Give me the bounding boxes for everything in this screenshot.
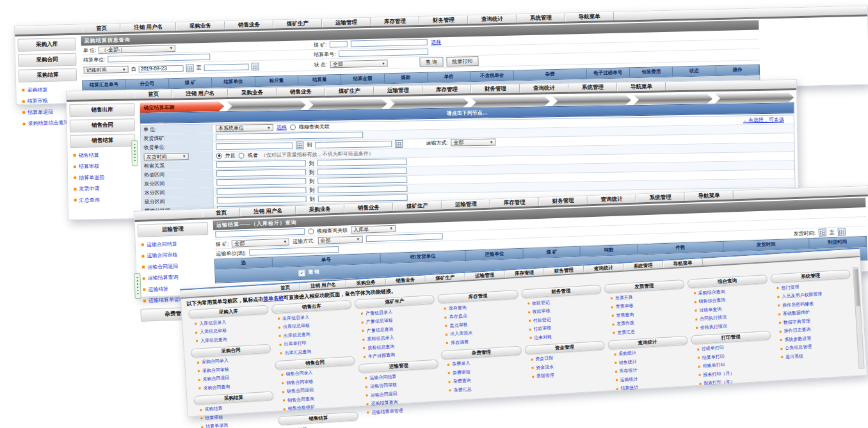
- menu-link[interactable]: 采购合同退回: [202, 375, 230, 383]
- sidebar-group-header[interactable]: 采购合同: [18, 53, 76, 67]
- nav-tab[interactable]: 销售业务: [225, 20, 273, 29]
- sidebar-link[interactable]: 运输结算单管理: [149, 296, 184, 304]
- menu-item[interactable]: 生产日报查询: [364, 349, 438, 360]
- nav-tab[interactable]: 导航菜单: [617, 82, 666, 91]
- nav-tab[interactable]: 销售业务: [344, 203, 393, 213]
- menu-link[interactable]: 付款审核: [533, 325, 552, 333]
- menu-link[interactable]: 销售合同录入: [285, 370, 313, 378]
- range-to-input[interactable]: [318, 194, 408, 202]
- relation-from-input[interactable]: [216, 160, 306, 168]
- workflow-step[interactable]: [552, 95, 631, 106]
- nav-tab[interactable]: 运输管理: [322, 18, 371, 28]
- sidebar-link[interactable]: 汇总查询: [79, 196, 100, 204]
- extra-input[interactable]: [366, 233, 442, 242]
- menu-link[interactable]: 价格执行情况: [700, 322, 728, 331]
- sidebar-link[interactable]: 采购结算: [27, 86, 47, 93]
- menu-link[interactable]: 收款登记: [532, 299, 551, 306]
- menu-link[interactable]: 过磅单查询: [699, 306, 722, 313]
- sidebar-group-header[interactable]: 运输管理: [138, 222, 209, 237]
- menu-link[interactable]: 质检信息查询: [367, 343, 395, 351]
- transport-select[interactable]: 全部▼: [317, 235, 362, 244]
- menu-link[interactable]: 销售合同审核: [286, 378, 314, 386]
- settle-unit-input[interactable]: [108, 54, 210, 63]
- range-from-input[interactable]: [216, 178, 306, 186]
- sidebar-item[interactable]: 运输结算查询: [142, 273, 209, 282]
- sidebar-item[interactable]: 发票申请: [74, 184, 136, 193]
- nav-tab[interactable]: 查询统计: [468, 15, 517, 24]
- calendar-icon[interactable]: [251, 63, 259, 70]
- sidebar-link[interactable]: 运输合同退回: [147, 262, 178, 271]
- menu-link[interactable]: 运输合同退回: [371, 390, 398, 399]
- sidebar-link[interactable]: 运输结算查询: [147, 274, 178, 282]
- menu-link[interactable]: 杂费汇总: [453, 386, 472, 393]
- menu-link[interactable]: 运输合同结算: [369, 373, 397, 381]
- menu-item[interactable]: 库存调整: [446, 335, 521, 346]
- sidebar-link[interactable]: 运输合同结算: [147, 240, 177, 248]
- calendar-icon[interactable]: [395, 139, 403, 147]
- nav-tab[interactable]: 采购业务: [176, 21, 225, 31]
- sidebar-link[interactable]: 销售结算: [78, 152, 99, 159]
- menu-link[interactable]: 结算单打印: [702, 353, 725, 361]
- time-type-select[interactable]: 记账时间▼: [84, 66, 129, 74]
- or-radio[interactable]: [239, 152, 245, 158]
- menu-item[interactable]: 报表打印（年）: [699, 376, 774, 387]
- nav-tab[interactable]: 煤矿生产: [325, 86, 374, 95]
- menu-link[interactable]: 退出系统: [785, 353, 804, 360]
- nav-tab[interactable]: 采购业务: [228, 88, 277, 97]
- menu-link[interactable]: 运输结算查询: [371, 399, 398, 408]
- sidebar-group-header[interactable]: 销售合同: [70, 118, 135, 132]
- menu-link[interactable]: 数据字典管理: [784, 317, 811, 326]
- menu-item[interactable]: 发票汇总: [613, 325, 687, 336]
- menu-link[interactable]: 基础数据维护: [783, 309, 810, 317]
- menu-link[interactable]: 质检信息录入: [367, 335, 394, 343]
- menu-link[interactable]: 生产日报查询: [368, 352, 396, 360]
- sidebar-link[interactable]: 结算单退回: [28, 108, 53, 116]
- menu-link[interactable]: 出库信息录入: [282, 313, 310, 322]
- relation-to-input[interactable]: [317, 159, 407, 166]
- menu-link[interactable]: 资金流水: [536, 363, 554, 371]
- menu-link[interactable]: 采购结算: [204, 405, 223, 413]
- mine-choose-link[interactable]: 选择: [431, 38, 441, 45]
- collapse-handle[interactable]: [131, 140, 138, 166]
- mine-input[interactable]: [216, 132, 363, 141]
- menu-link[interactable]: 采购合同查询: [203, 383, 230, 392]
- receiver-from-input[interactable]: [216, 142, 293, 150]
- date-from-input[interactable]: [139, 65, 184, 72]
- calendar-icon[interactable]: [819, 228, 826, 236]
- range-to-input[interactable]: [317, 168, 407, 175]
- batch-print-button[interactable]: 批量打印: [446, 56, 478, 67]
- menu-link[interactable]: 操作日志查询: [784, 326, 811, 335]
- sidebar-item[interactable]: 销售结算: [73, 151, 135, 159]
- nav-tab[interactable]: 财务管理: [539, 196, 588, 206]
- menu-link[interactable]: 采购统计: [618, 350, 637, 358]
- nav-tab[interactable]: 首页: [270, 283, 301, 292]
- nav-tab[interactable]: 运输管理: [442, 200, 490, 210]
- sidebar-item[interactable]: 运输合同退回: [142, 261, 209, 271]
- workflow-step[interactable]: [389, 97, 469, 109]
- menu-link[interactable]: 公告信息管理: [785, 344, 812, 352]
- menu-link[interactable]: 产量信息录入: [366, 308, 393, 317]
- menu-link[interactable]: 出库汇总查询: [284, 348, 312, 356]
- nav-tab[interactable]: 系统管理: [517, 13, 565, 23]
- nav-tab[interactable]: 煤矿生产: [393, 201, 442, 211]
- menu-link[interactable]: 发票开具: [615, 294, 633, 301]
- status-select[interactable]: 全部▼: [330, 59, 388, 68]
- menu-link[interactable]: 票据管理: [536, 372, 555, 380]
- menu-link[interactable]: 发票查询: [616, 311, 634, 319]
- workflow-step[interactable]: [633, 93, 712, 105]
- workflow-step[interactable]: [714, 92, 794, 104]
- menu-link[interactable]: 人员及用户权限管理: [782, 291, 822, 300]
- settle-no-input[interactable]: [339, 49, 428, 57]
- receiver-to-input[interactable]: [315, 141, 392, 148]
- menu-link[interactable]: 出库信息审核: [283, 322, 310, 331]
- menu-link[interactable]: 销售综合查询: [698, 297, 726, 305]
- menu-link[interactable]: 采购合同审核: [202, 366, 230, 374]
- menu-link[interactable]: 销售价格维护: [288, 404, 316, 412]
- menu-link[interactable]: 运输合同审核: [370, 382, 398, 390]
- menu-link[interactable]: 库存统计: [619, 367, 638, 375]
- sidebar-group-header[interactable]: 采购入库: [17, 38, 76, 52]
- menu-item[interactable]: 出库汇总查询: [280, 345, 355, 356]
- mine-name-input[interactable]: [351, 39, 428, 47]
- menu-link[interactable]: 收款审核: [532, 308, 551, 315]
- menu-link[interactable]: 杂费录入: [452, 360, 470, 368]
